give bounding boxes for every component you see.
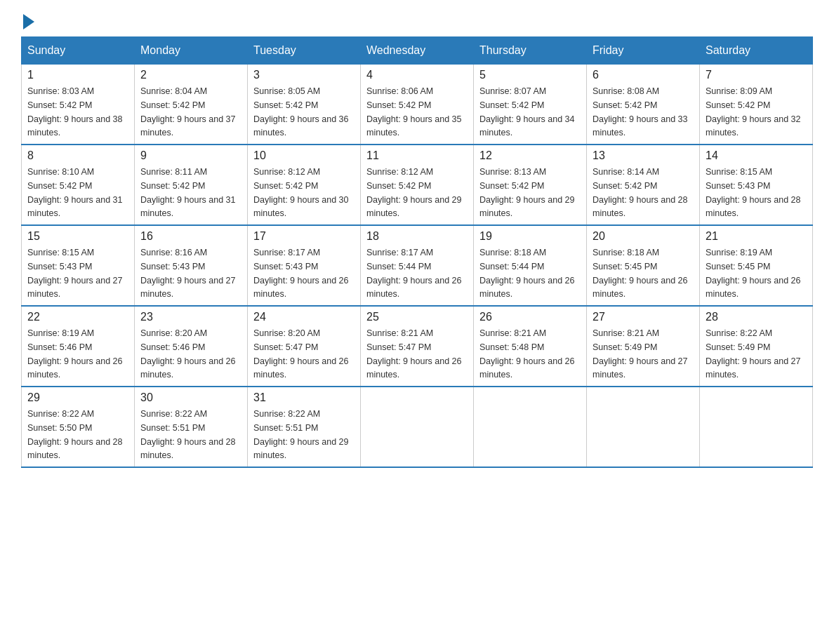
calendar-cell: 23 Sunrise: 8:20 AMSunset: 5:46 PMDaylig… — [135, 306, 248, 387]
column-header-sunday: Sunday — [22, 37, 135, 65]
calendar-cell — [361, 387, 474, 467]
calendar-cell: 28 Sunrise: 8:22 AMSunset: 5:49 PMDaylig… — [700, 306, 813, 387]
calendar-header-row: SundayMondayTuesdayWednesdayThursdayFrid… — [22, 37, 813, 65]
day-info: Sunrise: 8:22 AMSunset: 5:51 PMDaylight:… — [253, 409, 349, 460]
calendar-cell: 22 Sunrise: 8:19 AMSunset: 5:46 PMDaylig… — [22, 306, 135, 387]
day-info: Sunrise: 8:10 AMSunset: 5:42 PMDaylight:… — [27, 167, 123, 218]
calendar-cell: 3 Sunrise: 8:05 AMSunset: 5:42 PMDayligh… — [248, 65, 361, 145]
day-number: 8 — [27, 149, 128, 162]
day-number: 22 — [27, 311, 128, 323]
calendar-week-row: 29 Sunrise: 8:22 AMSunset: 5:50 PMDaylig… — [22, 387, 813, 467]
day-info: Sunrise: 8:11 AMSunset: 5:42 PMDaylight:… — [140, 167, 236, 218]
day-number: 7 — [706, 69, 807, 81]
day-info: Sunrise: 8:18 AMSunset: 5:44 PMDaylight:… — [479, 248, 575, 299]
day-info: Sunrise: 8:19 AMSunset: 5:45 PMDaylight:… — [706, 248, 801, 299]
calendar-cell: 2 Sunrise: 8:04 AMSunset: 5:42 PMDayligh… — [135, 65, 248, 145]
day-number: 19 — [479, 230, 581, 243]
calendar-cell — [474, 387, 587, 467]
day-number: 30 — [140, 391, 241, 404]
column-header-tuesday: Tuesday — [248, 37, 361, 65]
calendar-cell — [700, 387, 813, 467]
day-info: Sunrise: 8:12 AMSunset: 5:42 PMDaylight:… — [253, 167, 349, 218]
day-info: Sunrise: 8:22 AMSunset: 5:51 PMDaylight:… — [140, 409, 236, 460]
calendar-week-row: 15 Sunrise: 8:15 AMSunset: 5:43 PMDaylig… — [22, 225, 813, 306]
calendar-cell: 31 Sunrise: 8:22 AMSunset: 5:51 PMDaylig… — [248, 387, 361, 467]
day-number: 18 — [366, 230, 468, 243]
day-number: 10 — [253, 149, 355, 162]
calendar-cell: 10 Sunrise: 8:12 AMSunset: 5:42 PMDaylig… — [248, 145, 361, 225]
logo — [21, 14, 34, 29]
calendar-week-row: 1 Sunrise: 8:03 AMSunset: 5:42 PMDayligh… — [22, 65, 813, 145]
calendar-cell: 30 Sunrise: 8:22 AMSunset: 5:51 PMDaylig… — [135, 387, 248, 467]
day-number: 14 — [706, 149, 807, 162]
day-info: Sunrise: 8:03 AMSunset: 5:42 PMDaylight:… — [27, 86, 123, 137]
day-info: Sunrise: 8:18 AMSunset: 5:45 PMDaylight:… — [593, 248, 688, 299]
calendar-cell — [587, 387, 700, 467]
calendar-week-row: 8 Sunrise: 8:10 AMSunset: 5:42 PMDayligh… — [22, 145, 813, 225]
column-header-friday: Friday — [587, 37, 700, 65]
day-info: Sunrise: 8:17 AMSunset: 5:43 PMDaylight:… — [253, 248, 349, 299]
column-header-monday: Monday — [135, 37, 248, 65]
day-info: Sunrise: 8:12 AMSunset: 5:42 PMDaylight:… — [366, 167, 462, 218]
day-info: Sunrise: 8:04 AMSunset: 5:42 PMDaylight:… — [140, 86, 236, 137]
day-info: Sunrise: 8:14 AMSunset: 5:42 PMDaylight:… — [593, 167, 688, 218]
day-info: Sunrise: 8:07 AMSunset: 5:42 PMDaylight:… — [479, 86, 575, 137]
calendar-table: SundayMondayTuesdayWednesdayThursdayFrid… — [21, 36, 813, 468]
day-info: Sunrise: 8:21 AMSunset: 5:48 PMDaylight:… — [479, 328, 575, 380]
day-info: Sunrise: 8:22 AMSunset: 5:50 PMDaylight:… — [27, 409, 123, 460]
calendar-cell: 25 Sunrise: 8:21 AMSunset: 5:47 PMDaylig… — [361, 306, 474, 387]
day-number: 16 — [140, 230, 241, 243]
day-number: 28 — [706, 311, 807, 323]
day-number: 29 — [27, 391, 128, 404]
calendar-cell: 19 Sunrise: 8:18 AMSunset: 5:44 PMDaylig… — [474, 225, 587, 306]
day-number: 3 — [253, 69, 355, 81]
day-number: 9 — [140, 149, 241, 162]
page-header — [21, 14, 813, 29]
calendar-cell: 18 Sunrise: 8:17 AMSunset: 5:44 PMDaylig… — [361, 225, 474, 306]
day-number: 13 — [593, 149, 694, 162]
logo-triangle-icon — [23, 14, 34, 29]
calendar-cell: 14 Sunrise: 8:15 AMSunset: 5:43 PMDaylig… — [700, 145, 813, 225]
calendar-cell: 27 Sunrise: 8:21 AMSunset: 5:49 PMDaylig… — [587, 306, 700, 387]
day-info: Sunrise: 8:05 AMSunset: 5:42 PMDaylight:… — [253, 86, 349, 137]
day-number: 11 — [366, 149, 468, 162]
day-number: 5 — [479, 69, 581, 81]
day-info: Sunrise: 8:09 AMSunset: 5:42 PMDaylight:… — [706, 86, 801, 137]
column-header-wednesday: Wednesday — [361, 37, 474, 65]
day-info: Sunrise: 8:21 AMSunset: 5:49 PMDaylight:… — [593, 328, 688, 380]
day-number: 4 — [366, 69, 468, 81]
day-number: 2 — [140, 69, 241, 81]
day-number: 12 — [479, 149, 581, 162]
calendar-cell: 11 Sunrise: 8:12 AMSunset: 5:42 PMDaylig… — [361, 145, 474, 225]
calendar-cell: 1 Sunrise: 8:03 AMSunset: 5:42 PMDayligh… — [22, 65, 135, 145]
calendar-cell: 5 Sunrise: 8:07 AMSunset: 5:42 PMDayligh… — [474, 65, 587, 145]
day-number: 20 — [593, 230, 694, 243]
calendar-cell: 20 Sunrise: 8:18 AMSunset: 5:45 PMDaylig… — [587, 225, 700, 306]
day-info: Sunrise: 8:06 AMSunset: 5:42 PMDaylight:… — [366, 86, 462, 137]
calendar-cell: 8 Sunrise: 8:10 AMSunset: 5:42 PMDayligh… — [22, 145, 135, 225]
day-number: 25 — [366, 311, 468, 323]
day-number: 23 — [140, 311, 241, 323]
calendar-cell: 13 Sunrise: 8:14 AMSunset: 5:42 PMDaylig… — [587, 145, 700, 225]
calendar-cell: 17 Sunrise: 8:17 AMSunset: 5:43 PMDaylig… — [248, 225, 361, 306]
calendar-cell: 4 Sunrise: 8:06 AMSunset: 5:42 PMDayligh… — [361, 65, 474, 145]
day-info: Sunrise: 8:15 AMSunset: 5:43 PMDaylight:… — [706, 167, 801, 218]
day-number: 27 — [593, 311, 694, 323]
calendar-cell: 24 Sunrise: 8:20 AMSunset: 5:47 PMDaylig… — [248, 306, 361, 387]
calendar-week-row: 22 Sunrise: 8:19 AMSunset: 5:46 PMDaylig… — [22, 306, 813, 387]
day-info: Sunrise: 8:08 AMSunset: 5:42 PMDaylight:… — [593, 86, 688, 137]
day-number: 17 — [253, 230, 355, 243]
day-number: 31 — [253, 391, 355, 404]
day-info: Sunrise: 8:19 AMSunset: 5:46 PMDaylight:… — [27, 328, 123, 380]
calendar-cell: 7 Sunrise: 8:09 AMSunset: 5:42 PMDayligh… — [700, 65, 813, 145]
day-number: 6 — [593, 69, 694, 81]
day-info: Sunrise: 8:22 AMSunset: 5:49 PMDaylight:… — [706, 328, 801, 380]
calendar-cell: 15 Sunrise: 8:15 AMSunset: 5:43 PMDaylig… — [22, 225, 135, 306]
day-number: 21 — [706, 230, 807, 243]
day-number: 26 — [479, 311, 581, 323]
day-number: 1 — [27, 69, 128, 81]
day-info: Sunrise: 8:20 AMSunset: 5:46 PMDaylight:… — [140, 328, 236, 380]
column-header-saturday: Saturday — [700, 37, 813, 65]
day-info: Sunrise: 8:13 AMSunset: 5:42 PMDaylight:… — [479, 167, 575, 218]
calendar-cell: 6 Sunrise: 8:08 AMSunset: 5:42 PMDayligh… — [587, 65, 700, 145]
